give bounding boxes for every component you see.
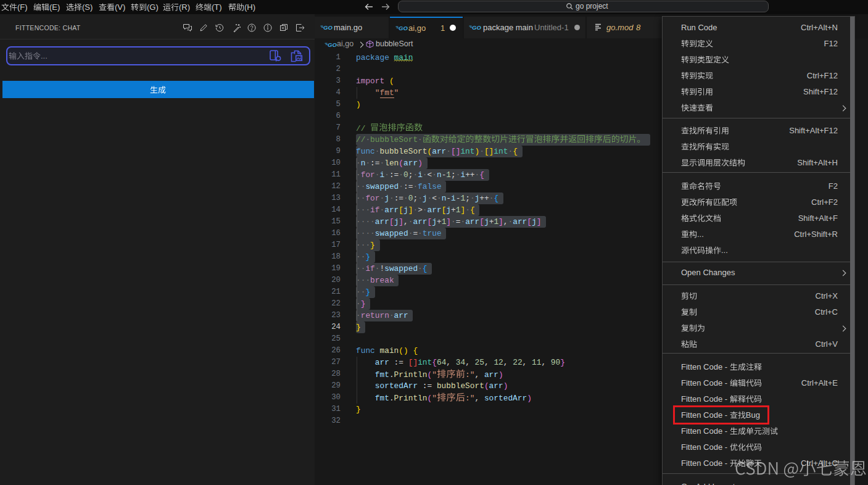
svg-text:GO: GO [472,24,481,31]
svg-text:GO: GO [328,41,337,48]
svg-text:GO: GO [323,24,333,31]
svg-text:GO: GO [399,25,408,31]
